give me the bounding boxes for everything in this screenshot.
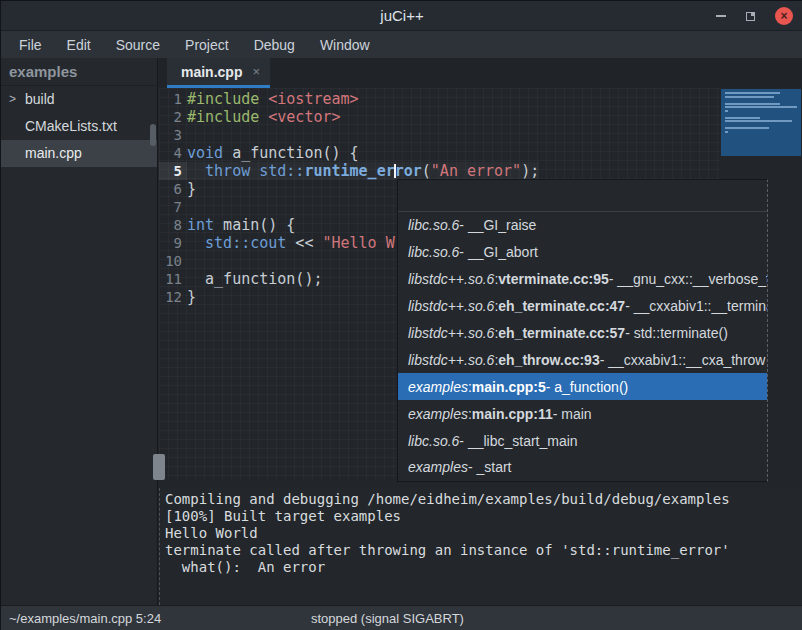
line-text: int main() {: [187, 216, 295, 234]
minimap-line: [725, 127, 769, 129]
line-number: 8: [159, 216, 187, 234]
restore-icon[interactable]: [746, 12, 755, 21]
file-tree-items: >buildCMakeLists.txtmain.cpp: [1, 86, 157, 167]
line-text: std::cout << "Hello W: [187, 234, 395, 252]
frame-function: - __libc_start_main: [459, 433, 577, 449]
line-number: 3: [159, 126, 187, 144]
line-text: }: [187, 180, 196, 198]
menu-item-window[interactable]: Window: [312, 33, 378, 57]
terminal-output[interactable]: Compiling and debugging /home/eidheim/ex…: [159, 488, 802, 605]
file-tree-panel[interactable]: examples >buildCMakeLists.txtmain.cpp: [1, 58, 158, 605]
frame-function: - __GI_abort: [459, 244, 538, 260]
stack-frame-item[interactable]: libstdc++.so.6:eh_terminate.cc:47 - __cx…: [398, 293, 767, 320]
code-token: std::cout: [205, 234, 286, 252]
status-debug-state: stopped (signal SIGABRT): [311, 611, 464, 626]
stack-frame-item[interactable]: examples:main.cpp:11 - main: [398, 400, 767, 427]
frame-function: - __gnu_cxx::__verbose_terminate_handler…: [609, 271, 767, 287]
line-number: 11: [159, 270, 187, 288]
sidebar-item-label: CMakeLists.txt: [25, 118, 117, 134]
frame-library: libstdc++.so.6: [408, 325, 494, 341]
minimap-line: [725, 131, 728, 133]
tab-main-cpp[interactable]: main.cpp ×: [167, 58, 270, 88]
code-line: 3: [159, 126, 539, 144]
frame-file-line: main.cpp:5: [472, 379, 546, 395]
code-token: [250, 162, 259, 180]
frame-function: - __cxxabiv1::__terminate(void (*)()): [625, 298, 767, 314]
line-text: }: [187, 288, 196, 306]
frame-file-line: vterminate.cc:95: [498, 271, 609, 287]
frame-file-line: eh_terminate.cc:47: [498, 298, 625, 314]
frame-function: - _start: [468, 459, 512, 475]
menu-item-file[interactable]: File: [11, 33, 50, 57]
minimize-icon[interactable]: [716, 15, 726, 17]
code-token: ror: [395, 162, 422, 180]
backtrace-popup: libc.so.6 - __GI_raiselibc.so.6 - __GI_a…: [397, 179, 768, 482]
stack-frame-item[interactable]: libstdc++.so.6:eh_throw.cc:93 - __cxxabi…: [398, 346, 767, 373]
sidebar-item-main-cpp[interactable]: main.cpp: [1, 140, 157, 167]
sidebar-item-label: build: [25, 91, 55, 107]
code-token: }: [187, 288, 196, 306]
line-text: #include <vector>: [187, 108, 341, 126]
line-text: throw std::runtime_error("An error");: [187, 162, 539, 180]
code-token: }: [187, 180, 196, 198]
frame-library: examples: [408, 406, 468, 422]
popup-header: [398, 180, 767, 212]
stack-frame-item[interactable]: examples:main.cpp:5 - a_function(): [398, 373, 767, 400]
code-token: [187, 162, 205, 180]
stack-frame-item[interactable]: libstdc++.so.6:eh_terminate.cc:57 - std:…: [398, 320, 767, 347]
sidebar-scrollbar-thumb[interactable]: [150, 124, 156, 146]
code-token: <<: [286, 234, 322, 252]
project-name-header: examples: [1, 58, 157, 86]
code-token: int: [187, 216, 214, 234]
frame-library: examples: [408, 379, 468, 395]
chevron-right-icon[interactable]: >: [9, 86, 16, 113]
code-token: void: [187, 144, 223, 162]
frame-function: - std::terminate(): [625, 325, 728, 341]
code-token: #include: [187, 90, 268, 108]
backtrace-list: libc.so.6 - __GI_raiselibc.so.6 - __GI_a…: [398, 212, 767, 481]
menu-item-edit[interactable]: Edit: [59, 33, 99, 57]
editor-scrollbar-thumb[interactable]: [153, 454, 165, 480]
terminal-line: terminate called after throwing an insta…: [165, 542, 802, 559]
code-token: throw: [205, 162, 250, 180]
frame-library: libstdc++.so.6: [408, 352, 494, 368]
menu-item-project[interactable]: Project: [177, 33, 237, 57]
line-number: 12: [159, 288, 187, 306]
menu-item-source[interactable]: Source: [108, 33, 168, 57]
minimap-line: [725, 106, 797, 108]
line-number: 1: [159, 90, 187, 108]
line-number: 7: [159, 198, 187, 216]
stack-frame-item[interactable]: examples - _start: [398, 454, 767, 481]
stack-frame-item[interactable]: libc.so.6 - __GI_raise: [398, 212, 767, 239]
terminal-line: what(): An error: [165, 559, 802, 576]
minimap[interactable]: [721, 89, 801, 156]
terminal-line: Hello World: [165, 525, 802, 542]
tab-close-icon[interactable]: ×: [252, 64, 260, 79]
line-number: 2: [159, 108, 187, 126]
frame-library: libc.so.6: [408, 244, 459, 260]
close-window-icon[interactable]: ×: [775, 7, 793, 25]
minimap-line: [725, 110, 728, 112]
frame-library: libc.so.6: [408, 433, 459, 449]
line-number: 5: [159, 162, 187, 180]
code-token: runtime_er: [304, 162, 394, 180]
minimap-line: [725, 117, 760, 119]
code-token: std::: [259, 162, 304, 180]
code-token: (: [422, 162, 431, 180]
tab-bar: main.cpp ×: [159, 58, 802, 88]
sidebar-item-build[interactable]: >build: [1, 86, 157, 113]
sidebar-item-cmakelists-txt[interactable]: CMakeLists.txt: [1, 113, 157, 140]
minimap-line: [725, 103, 780, 105]
frame-file-line: eh_terminate.cc:57: [498, 325, 625, 341]
frame-function: - __GI_raise: [459, 217, 536, 233]
line-number: 6: [159, 180, 187, 198]
frame-function: - a_function(): [546, 379, 628, 395]
frame-library: libstdc++.so.6: [408, 271, 494, 287]
menu-item-debug[interactable]: Debug: [246, 33, 303, 57]
stack-frame-item[interactable]: libstdc++.so.6:vterminate.cc:95 - __gnu_…: [398, 266, 767, 293]
minimap-line: [725, 96, 774, 98]
status-file-location: ~/examples/main.cpp 5:24: [9, 611, 161, 626]
stack-frame-item[interactable]: libc.so.6 - __GI_abort: [398, 239, 767, 266]
code-token: #include: [187, 108, 268, 126]
stack-frame-item[interactable]: libc.so.6 - __libc_start_main: [398, 427, 767, 454]
